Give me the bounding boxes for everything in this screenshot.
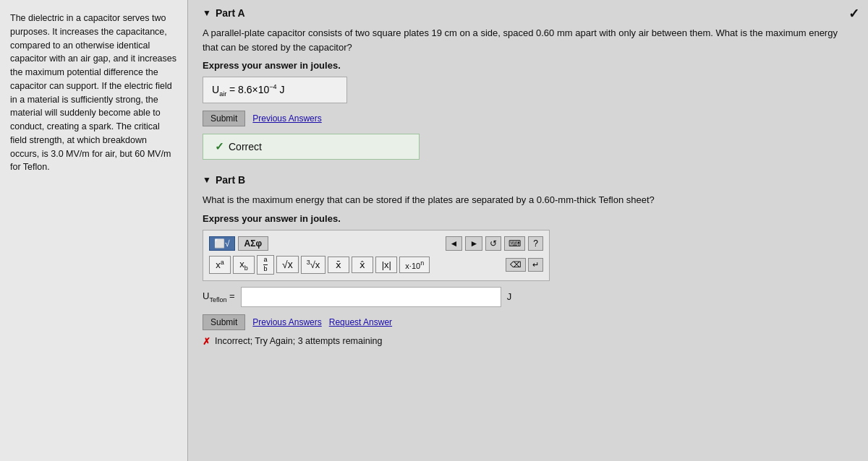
part-a-section: ▼ Part A A parallel-plate capacitor cons…	[203, 7, 854, 171]
toolbar-superscript-btn[interactable]: xa	[209, 256, 231, 273]
part-a-submit-button[interactable]: Submit	[203, 111, 245, 126]
main-content: ✓ ▼ Part A A parallel-plate capacitor co…	[188, 0, 868, 461]
top-checkmark: ✓	[848, 6, 859, 22]
toolbar-enter-btn[interactable]: ↵	[528, 258, 543, 272]
toolbar-undo-btn[interactable]: ◄	[446, 236, 463, 251]
part-b-header: ▼ Part B	[203, 174, 854, 186]
part-b-unit-label: J	[507, 291, 512, 302]
part-b-express: Express your answer in joules.	[203, 213, 854, 224]
part-b-section: ▼ Part B What is the maximum energy that…	[203, 174, 854, 346]
part-b-label: Part B	[216, 174, 245, 186]
part-b-request-answer-link[interactable]: Request Answer	[329, 317, 392, 327]
math-toolbar-symbols-row: xa xb a b √x 3√x x̄ x̂ |x| x·10n ⌫ ↵	[209, 255, 543, 275]
part-a-header: ▼ Part A	[203, 7, 854, 19]
part-a-submit-row: Submit Previous Answers	[203, 111, 854, 126]
part-a-answer-u: Uair = 8.6×10−4 J	[212, 84, 284, 95]
correct-label: Correct	[229, 141, 262, 152]
toolbar-right-group: ◄ ► ↺ ⌨ ?	[446, 236, 543, 251]
toolbar-cbrt-btn[interactable]: 3√x	[301, 256, 326, 273]
part-a-express: Express your answer in joules.	[203, 60, 854, 71]
part-b-bottom-row: Submit Previous Answers Request Answer	[203, 314, 854, 330]
part-b-question: What is the maximum energy that can be s…	[203, 193, 854, 207]
part-b-submit-button[interactable]: Submit	[203, 314, 245, 330]
toolbar-delete-btn[interactable]: ⌫	[506, 258, 526, 272]
math-toolbar: ⬜√ ΑΣφ ◄ ► ↺ ⌨ ? xa xb a b √x 3√x	[203, 230, 550, 281]
toolbar-fraction-btn[interactable]: a b	[257, 255, 274, 275]
part-b-answer-row: UTeflon = J	[203, 287, 854, 307]
part-b-prev-answers-link[interactable]: Previous Answers	[252, 317, 321, 327]
toolbar-refresh-btn[interactable]: ↺	[485, 236, 501, 251]
toolbar-xhat-btn[interactable]: x̂	[352, 257, 373, 273]
part-a-arrow: ▼	[203, 8, 211, 18]
part-a-label: Part A	[216, 7, 245, 19]
toolbar-keyboard-btn[interactable]: ⌨	[504, 236, 525, 251]
toolbar-xbar-btn[interactable]: x̄	[328, 257, 349, 273]
part-b-arrow: ▼	[203, 175, 211, 185]
math-toolbar-top-row: ⬜√ ΑΣφ ◄ ► ↺ ⌨ ?	[209, 236, 543, 251]
part-b-answer-input[interactable]	[241, 287, 501, 307]
incorrect-x-mark: ✗	[203, 336, 210, 347]
part-b-answer-label: UTeflon =	[203, 290, 235, 303]
toolbar-redo-btn[interactable]: ►	[465, 236, 482, 251]
part-a-question: A parallel-plate capacitor consists of t…	[203, 26, 854, 54]
part-a-answer-display: Uair = 8.6×10−4 J	[203, 77, 347, 103]
toolbar-sqrt-block-btn[interactable]: ⬜√	[209, 236, 235, 251]
toolbar-subscript-btn[interactable]: xb	[233, 256, 255, 275]
incorrect-label: Incorrect; Try Again; 3 attempts remaini…	[215, 336, 382, 346]
left-panel: The dielectric in a capacitor serves two…	[0, 0, 188, 461]
toolbar-sqrt-btn[interactable]: √x	[276, 256, 299, 273]
toolbar-x10n-btn[interactable]: x·10n	[399, 257, 430, 273]
toolbar-del-enter-group: ⌫ ↵	[506, 258, 543, 272]
part-b-incorrect-row: ✗ Incorrect; Try Again; 3 attempts remai…	[203, 336, 854, 347]
toolbar-greek-btn[interactable]: ΑΣφ	[238, 236, 268, 251]
correct-checkmark: ✓	[215, 140, 224, 153]
toolbar-abs-btn[interactable]: |x|	[375, 257, 397, 273]
left-panel-text: The dielectric in a capacitor serves two…	[10, 12, 177, 174]
part-a-prev-answers-link[interactable]: Previous Answers	[252, 113, 321, 124]
toolbar-help-btn[interactable]: ?	[528, 236, 543, 251]
correct-box: ✓ Correct	[203, 134, 420, 160]
